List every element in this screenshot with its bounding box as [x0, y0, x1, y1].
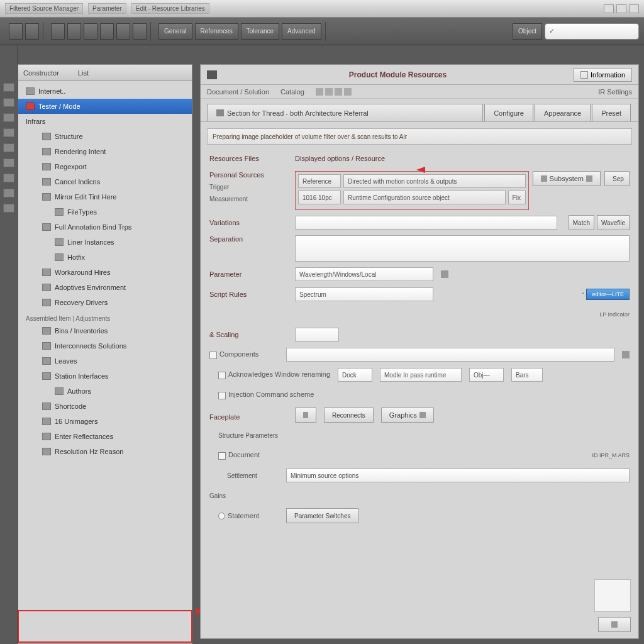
tree-item[interactable]: FileTypes — [18, 204, 192, 219]
toolbar-object-button[interactable]: Object — [513, 23, 542, 40]
tree-item[interactable]: Resolution Hz Reason — [18, 444, 192, 459]
expand-icon[interactable] — [622, 351, 630, 358]
toolbar-references-button[interactable]: References — [195, 23, 238, 40]
apply-button[interactable] — [598, 617, 631, 632]
tab-preset[interactable]: Preset — [592, 104, 631, 121]
tree-item[interactable]: Interconnects Solutions — [18, 338, 192, 353]
tree-item[interactable]: Internet.. — [18, 84, 192, 99]
sh-icon[interactable] — [335, 88, 342, 96]
toolbar-icon[interactable] — [100, 23, 114, 40]
toolbar-icon[interactable] — [51, 23, 65, 40]
tree-item[interactable]: Station Interfaces — [18, 369, 192, 384]
tree-item[interactable]: Liner Instances — [18, 235, 192, 250]
tree-item[interactable]: Shortcode — [18, 399, 192, 414]
cell-code[interactable]: 1016 10pc — [298, 191, 341, 204]
tree-item[interactable]: Regexport — [18, 159, 192, 174]
rail-icon[interactable] — [3, 174, 14, 182]
param-switches-button[interactable]: Parameter Switches — [286, 508, 358, 523]
match-button[interactable]: Match — [569, 215, 594, 230]
toolbar-advanced-button[interactable]: Advanced — [282, 23, 321, 40]
tree-item[interactable]: Full Annotation Bind Trps — [18, 219, 192, 235]
graphics-button[interactable]: Graphics — [381, 408, 434, 423]
label-resources-sub: Displayed options / Resource — [295, 155, 385, 162]
tab-configure[interactable]: Configure — [484, 104, 533, 121]
minimize-icon[interactable] — [604, 4, 614, 13]
checkbox-ack[interactable]: Acknowledges Window renaming — [209, 370, 330, 379]
tab-section[interactable]: Section for Thread - both Architecture R… — [207, 104, 483, 121]
tree-item[interactable]: Authors — [18, 384, 192, 399]
ellipsis-icon[interactable] — [441, 270, 448, 278]
parameter-input[interactable]: Wavelength/Windows/Local — [295, 267, 433, 281]
maximize-icon[interactable] — [616, 4, 626, 13]
radio-statement[interactable]: Statement — [209, 512, 279, 520]
toolbar-icon[interactable] — [116, 23, 130, 40]
sh-icon[interactable] — [325, 88, 333, 96]
tree-item[interactable]: Adoptives Environment — [18, 280, 192, 295]
sh-icon[interactable] — [316, 88, 323, 96]
module-field[interactable]: Modle In pass runtime — [380, 368, 462, 382]
separation-input[interactable] — [295, 235, 630, 262]
checkbox-injection[interactable]: Injection Command scheme — [209, 391, 314, 399]
toolbar-icon[interactable] — [133, 23, 147, 40]
script-input[interactable]: Spectrum — [295, 287, 433, 301]
tree-item[interactable]: Hotfix — [18, 250, 192, 265]
sh-icon[interactable] — [344, 88, 352, 96]
reconnects-button[interactable]: Reconnects — [324, 408, 374, 423]
sep-button[interactable]: Sep — [604, 171, 630, 186]
information-button[interactable]: Information — [574, 68, 632, 82]
settlement-input[interactable]: Minimum source options — [286, 469, 630, 482]
tree-item[interactable]: Infrars — [18, 114, 192, 129]
cell-reference[interactable]: Reference — [298, 174, 341, 188]
subsystem-button[interactable]: Subsystem — [533, 171, 601, 186]
toolbar-icon[interactable] — [9, 23, 23, 40]
toolbar-general-button[interactable]: General — [158, 23, 192, 40]
tree-item[interactable]: Bins / Inventories — [18, 323, 192, 338]
close-icon[interactable] — [629, 4, 639, 13]
sidebar-header-tab[interactable]: List — [78, 69, 89, 77]
tree-item[interactable]: Structure — [18, 129, 192, 144]
dock-field[interactable]: Dock — [338, 368, 372, 382]
editor-badge[interactable]: editor—LITE — [586, 289, 630, 300]
tree-item[interactable]: Enter Reflectances — [18, 429, 192, 444]
label-parameter: Parameter — [209, 270, 287, 278]
title-seg: Edit - Resource Libraries — [131, 3, 209, 14]
rail-icon[interactable] — [3, 83, 14, 92]
variations-input[interactable] — [295, 216, 557, 230]
radio[interactable] — [218, 513, 225, 519]
tree-item[interactable]: Mirror Edit Tint Here — [18, 189, 192, 204]
checkbox[interactable] — [218, 452, 226, 460]
rail-icon[interactable] — [3, 158, 14, 167]
toolbar-icon[interactable] — [25, 23, 39, 40]
tree-label: Full Annotation Bind Trps — [55, 223, 131, 231]
tree-item[interactable]: Workaround Hires — [18, 265, 192, 280]
faceplate-add-button[interactable] — [295, 408, 316, 423]
tree-item[interactable]: Leaves — [18, 353, 192, 369]
rail-icon[interactable] — [3, 128, 14, 137]
tree-item[interactable]: Cancel Indicns — [18, 174, 192, 189]
tab-appearance[interactable]: Appearance — [535, 104, 591, 121]
scaling-input[interactable] — [295, 328, 339, 341]
components-input[interactable] — [286, 348, 614, 362]
toolbar-tolerance-button[interactable]: Tolerance — [241, 23, 279, 40]
tree-item-selected[interactable]: Tester / Mode — [18, 99, 192, 114]
rail-icon[interactable] — [3, 143, 14, 152]
checkbox[interactable] — [209, 352, 217, 359]
rail-icon[interactable] — [3, 189, 14, 197]
tree-item[interactable]: Recovery Drivers — [18, 295, 192, 310]
rail-icon[interactable] — [3, 98, 14, 107]
tree-item[interactable]: 16 Unimagers — [18, 414, 192, 429]
cell-fix[interactable]: Fix — [508, 191, 526, 204]
bars-field[interactable]: Bars — [511, 368, 543, 382]
tree-item[interactable]: Rendering Intent — [18, 144, 192, 159]
item-icon — [42, 448, 51, 455]
sidebar-header-tab[interactable]: Constructor — [23, 69, 59, 77]
rail-icon[interactable] — [3, 204, 14, 213]
search-input[interactable]: ✓ — [545, 23, 639, 40]
rail-icon[interactable] — [3, 113, 14, 122]
toolbar-icon[interactable] — [84, 23, 97, 40]
checkbox[interactable] — [218, 392, 226, 399]
toolbar-icon[interactable] — [67, 23, 81, 40]
wavefile-button[interactable]: Wavefile — [597, 215, 630, 230]
checkbox[interactable] — [218, 372, 226, 379]
obj-field[interactable]: Obj— — [469, 368, 504, 382]
